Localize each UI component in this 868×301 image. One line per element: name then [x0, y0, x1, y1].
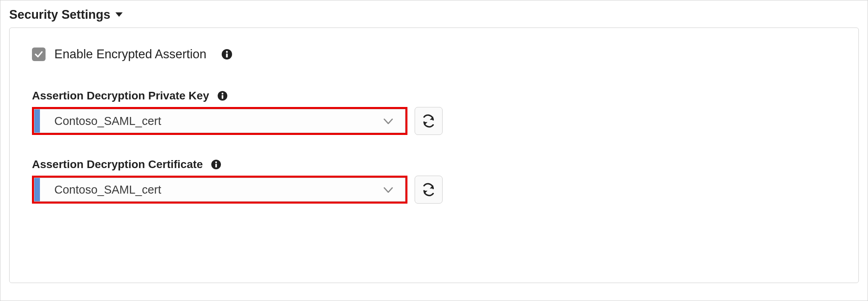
certificate-label-row: Assertion Decryption Certificate — [32, 158, 836, 171]
page-container: Security Settings Enable Encrypted Asser… — [0, 0, 868, 301]
svg-point-7 — [215, 161, 217, 163]
chevron-down-icon — [383, 183, 393, 196]
info-icon[interactable] — [210, 158, 222, 170]
info-icon[interactable] — [217, 90, 228, 102]
svg-rect-2 — [226, 53, 228, 57]
private-key-select-highlight: Contoso_SAML_cert — [32, 107, 407, 135]
certificate-select-highlight: Contoso_SAML_cert — [32, 176, 407, 204]
caret-down-icon — [115, 12, 123, 18]
certificate-select[interactable]: Contoso_SAML_cert — [34, 178, 405, 202]
private-key-select-value: Contoso_SAML_cert — [54, 115, 161, 128]
select-accent-bar — [34, 109, 40, 133]
refresh-icon — [422, 183, 435, 196]
refresh-icon — [422, 114, 435, 128]
private-key-select[interactable]: Contoso_SAML_cert — [34, 109, 405, 133]
section-header[interactable]: Security Settings — [9, 8, 859, 22]
private-key-refresh-button[interactable] — [415, 107, 443, 135]
certificate-refresh-button[interactable] — [415, 176, 443, 204]
certificate-field-group: Assertion Decryption Certificate Contoso… — [32, 158, 836, 204]
private-key-label: Assertion Decryption Private Key — [32, 89, 209, 102]
certificate-field-row: Contoso_SAML_cert — [32, 176, 836, 204]
settings-panel: Enable Encrypted Assertion Assertion Dec… — [9, 28, 859, 283]
private-key-label-row: Assertion Decryption Private Key — [32, 89, 836, 102]
svg-point-1 — [226, 51, 228, 53]
certificate-label: Assertion Decryption Certificate — [32, 158, 203, 171]
info-icon[interactable] — [221, 48, 233, 60]
enable-encrypted-assertion-checkbox[interactable] — [32, 48, 46, 61]
svg-rect-8 — [215, 164, 217, 167]
private-key-field-group: Assertion Decryption Private Key Contoso… — [32, 89, 836, 135]
enable-encrypted-assertion-label: Enable Encrypted Assertion — [54, 47, 207, 61]
enable-encrypted-assertion-row: Enable Encrypted Assertion — [32, 47, 836, 61]
svg-rect-5 — [221, 95, 223, 99]
check-icon — [34, 50, 44, 59]
svg-point-4 — [221, 93, 223, 94]
private-key-field-row: Contoso_SAML_cert — [32, 107, 836, 135]
section-title: Security Settings — [9, 8, 110, 22]
chevron-down-icon — [383, 115, 393, 128]
select-accent-bar — [34, 178, 40, 201]
certificate-select-value: Contoso_SAML_cert — [54, 183, 161, 196]
